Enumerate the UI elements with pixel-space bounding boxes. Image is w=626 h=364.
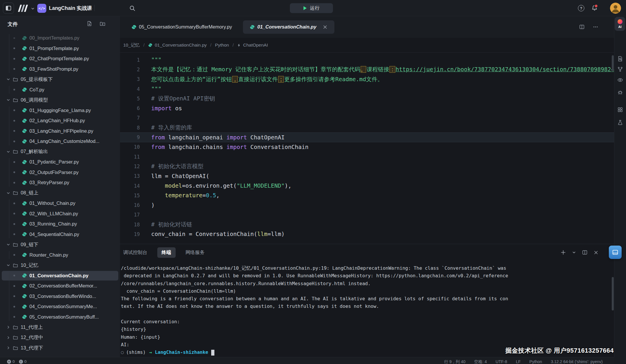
tree-file-label: 01_ConversationChain.py <box>29 273 89 278</box>
git-status-dot <box>13 37 15 39</box>
terminal-scrollbar[interactable] <box>612 277 614 310</box>
code-line: 1""" <box>120 55 614 65</box>
tree-file[interactable]: 03_RetryParser.py <box>0 177 120 188</box>
tree-folder[interactable]: 09_链下 <box>0 239 120 250</box>
topbar: </> LangChain 实战课 运行 ? <box>0 0 626 16</box>
status-item[interactable]: 行 9，列 40 <box>444 359 465 364</box>
tree-file[interactable]: 01_HugggingFace_Llama.py <box>0 105 120 116</box>
tree-file[interactable]: 04_LangChain_CustomizeMod... <box>0 136 120 147</box>
tree-file[interactable]: 01_Without_Chain.py <box>0 198 120 209</box>
new-terminal-icon[interactable] <box>560 250 566 255</box>
split-editor-icon[interactable] <box>579 24 585 30</box>
python-file-icon <box>22 118 27 123</box>
panel-tab[interactable]: 终端 <box>157 247 176 258</box>
terminal-output[interactable]: /cloudide/workspace/LangChain-shizhanke/… <box>120 261 614 356</box>
eye-icon[interactable] <box>617 77 623 83</box>
tree-file[interactable]: 01_Pydantic_Parser.py <box>0 157 120 167</box>
grid-icon[interactable] <box>617 107 623 113</box>
tree-folder[interactable]: 10_记忆 <box>0 260 120 271</box>
run-button[interactable]: 运行 <box>290 3 333 13</box>
app-logo-icon[interactable] <box>17 4 30 12</box>
tree-folder[interactable]: 07_解析输出 <box>0 147 120 157</box>
new-folder-icon[interactable] <box>100 21 105 26</box>
tree-file[interactable]: 02_ConversationBufferMemor... <box>0 281 120 291</box>
tree-file[interactable]: 02_LangChain_HFHub.py <box>0 116 120 126</box>
breadcrumb-item[interactable]: ChatOpenAI <box>237 42 268 48</box>
tree-file[interactable]: 02_With_LLMChain.py <box>0 209 120 219</box>
tree-file[interactable]: 03_LangChain_HFPipeline.py <box>0 126 120 136</box>
breadcrumb[interactable]: 10_记忆/01_ConversationChain.py/Python/Cha… <box>120 38 614 53</box>
editor-area: 05_ConversationSummaryBufferMemory.py01_… <box>120 16 614 244</box>
tree-file-label: 04_ConversationSummaryMe... <box>29 304 97 309</box>
line-number: 13 <box>120 173 144 179</box>
code-editor[interactable]: 1"""2本文件是【记忆：通过 Memory 记住客户上次买花时的对话细节】章节… <box>120 53 614 239</box>
editor-tab[interactable]: 05_ConversationSummaryBufferMemory.py <box>125 20 239 34</box>
avatar[interactable] <box>610 3 621 14</box>
errors-indicator[interactable]: ✕0 <box>7 359 15 364</box>
chevron-down-icon[interactable] <box>88 7 92 10</box>
ai-label: AI <box>618 25 622 29</box>
tree-folder[interactable]: 06_调用模型 <box>0 95 120 105</box>
folder-icon <box>13 345 18 351</box>
breadcrumb-item[interactable]: 01_ConversationChain.py <box>148 42 207 48</box>
tree-file[interactable]: 00_ImportTemplates.py <box>0 33 120 43</box>
panel-tab[interactable]: 调试控制台 <box>123 249 147 256</box>
status-item[interactable]: LF <box>516 359 521 364</box>
flask-icon[interactable] <box>617 120 623 125</box>
tree-file[interactable]: 03_ConversationBufferWindo... <box>0 291 120 302</box>
status-item[interactable]: 3.12.2 64-bit ('shims': pyenv) <box>551 359 603 364</box>
bug-icon[interactable] <box>617 89 623 95</box>
sidebar-toggle-button[interactable] <box>3 3 14 14</box>
tree-file[interactable]: 03_Running_Chain.py <box>0 219 120 229</box>
tree-file[interactable]: 04_ConversationSummaryMe... <box>0 301 120 312</box>
console-panel-icon[interactable] <box>609 246 622 259</box>
git-fork-icon[interactable] <box>617 66 623 72</box>
line-number: 5 <box>120 96 144 102</box>
status-item[interactable]: 空格: 4 <box>474 359 487 364</box>
tree-file[interactable]: 01_ConversationChain.py <box>0 271 120 281</box>
status-item[interactable]: UTF-8 <box>495 359 507 364</box>
line-number: 6 <box>120 105 144 111</box>
tree-file[interactable]: 04_SequentialChain.py <box>0 229 120 240</box>
tree-folder[interactable]: 05_提示模板下 <box>0 74 120 85</box>
tree-folder[interactable]: 08_链上 <box>0 188 120 198</box>
tree-file[interactable]: 01_PromptTemplate.py <box>0 43 120 54</box>
tree-folder[interactable]: 12_代理中 <box>0 333 120 343</box>
file-search-icon[interactable] <box>617 56 623 62</box>
tree-file[interactable]: CoT.py <box>0 85 120 95</box>
search-icon[interactable] <box>129 5 135 11</box>
split-panel-icon[interactable] <box>582 250 588 255</box>
breadcrumb-item[interactable]: 10_记忆 <box>123 42 140 48</box>
ai-assistant-button[interactable]: AI <box>615 17 625 31</box>
problems-indicators[interactable]: ✕0 !0 <box>7 359 27 364</box>
tree-folder[interactable]: 13_代理下 <box>0 343 120 353</box>
close-icon[interactable] <box>594 250 598 255</box>
tree-folder[interactable]: 11_代理上 <box>0 322 120 333</box>
more-actions-icon[interactable] <box>593 24 598 30</box>
new-file-icon[interactable] <box>87 21 92 26</box>
tree-file[interactable]: 02_ChatPromptTemplate.py <box>0 54 120 64</box>
workspace-title[interactable]: LangChain 实战课 <box>49 0 92 16</box>
tree-file-label: 04_SequentialChain.py <box>29 232 79 237</box>
close-icon[interactable] <box>323 25 327 29</box>
right-activity-bar: AI <box>614 16 626 364</box>
tree-file-label: 02_OutputFixParser.py <box>29 170 79 175</box>
chevron-down-icon[interactable] <box>31 7 35 10</box>
tree-file[interactable]: 05_ConversationSummaryBuff... <box>0 312 120 322</box>
tree-folder-label: 08_链上 <box>21 190 38 196</box>
status-item[interactable]: Python <box>529 359 542 364</box>
editor-scrollbar[interactable] <box>612 55 614 71</box>
warnings-indicator[interactable]: !0 <box>19 359 27 364</box>
help-icon[interactable]: ? <box>578 5 584 11</box>
panel-bottom-icon <box>612 249 618 255</box>
tree-indent-guide <box>9 106 9 145</box>
editor-tab[interactable]: 01_ConversationChain.py <box>243 20 334 34</box>
tree-file[interactable]: 02_OutputFixParser.py <box>0 167 120 178</box>
bell-icon[interactable] <box>591 5 598 11</box>
breadcrumb-item[interactable]: Python <box>215 42 229 48</box>
panel-tab[interactable]: 网络服务 <box>186 249 205 256</box>
tree-file[interactable]: 03_FewShotPrompt.py <box>0 64 120 74</box>
tree-file[interactable]: Rounter_Chain.py <box>0 250 120 260</box>
line-number: 15 <box>120 193 144 198</box>
chevron-down-icon[interactable] <box>572 251 576 254</box>
